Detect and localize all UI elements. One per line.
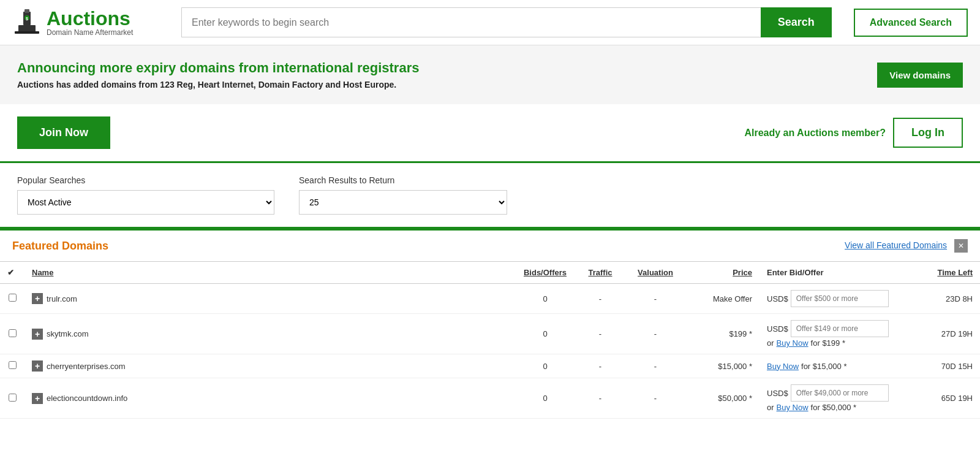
popular-searches-label: Popular Searches bbox=[17, 175, 274, 185]
popular-searches-group: Popular Searches Most Active Expiring So… bbox=[17, 175, 274, 215]
buy-now-link[interactable]: Buy Now bbox=[777, 403, 809, 412]
row-checkbox-cell bbox=[0, 378, 24, 419]
buy-now-price: for $15,000 * bbox=[801, 362, 846, 371]
banner-headline: Announcing more expiry domains from inte… bbox=[17, 60, 419, 76]
offer-input[interactable] bbox=[791, 320, 889, 337]
svg-rect-3 bbox=[24, 9, 29, 13]
domain-link[interactable]: trulr.com bbox=[47, 294, 77, 303]
valuation-cell: - bbox=[625, 284, 686, 314]
bids-cell: 0 bbox=[514, 314, 576, 354]
valuation-cell: - bbox=[625, 378, 686, 419]
th-time-left: Time Left bbox=[919, 262, 980, 284]
expand-icon[interactable]: + bbox=[32, 293, 43, 304]
valuation-cell: - bbox=[625, 314, 686, 354]
header: $ Auctions Domain Name Aftermarket Searc… bbox=[0, 0, 980, 45]
view-domains-button[interactable]: View domains bbox=[877, 63, 963, 88]
offer-input[interactable] bbox=[791, 384, 889, 402]
results-count-select[interactable]: 10 25 50 100 bbox=[299, 190, 507, 215]
table-row: +skytmk.com0--$199 *USD$or Buy Now for $… bbox=[0, 314, 980, 354]
search-input[interactable] bbox=[181, 7, 761, 37]
featured-header: Featured Domains View all Featured Domai… bbox=[0, 231, 980, 261]
logo-icon: $ bbox=[12, 8, 42, 37]
svg-rect-2 bbox=[15, 31, 39, 34]
table-row: +cherryenterprises.com0--$15,000 *Buy No… bbox=[0, 354, 980, 378]
enter-bid-cell: USD$or Buy Now for $199 * bbox=[760, 314, 919, 354]
th-enter-bid: Enter Bid/Offer bbox=[760, 262, 919, 284]
svg-text:$: $ bbox=[26, 17, 28, 21]
domain-link[interactable]: skytmk.com bbox=[47, 329, 89, 338]
logo-title: Auctions bbox=[47, 9, 133, 28]
bids-cell: 0 bbox=[514, 354, 576, 378]
expand-icon[interactable]: + bbox=[32, 393, 43, 404]
usd-label: USD$ bbox=[767, 324, 788, 334]
enter-bid-cell: Buy Now for $15,000 * bbox=[760, 354, 919, 378]
offer-input[interactable] bbox=[791, 290, 889, 307]
announcement-banner: Announcing more expiry domains from inte… bbox=[0, 45, 980, 104]
traffic-cell: - bbox=[576, 284, 625, 314]
featured-title: Featured Domains bbox=[12, 240, 108, 253]
domain-checkbox[interactable] bbox=[9, 361, 17, 369]
or-label: or bbox=[767, 338, 774, 348]
price-cell: $50,000 * bbox=[686, 378, 760, 419]
logo-subtitle: Domain Name Aftermarket bbox=[47, 28, 133, 37]
enter-bid-cell: USD$or Buy Now for $50,000 * bbox=[760, 378, 919, 419]
usd-label: USD$ bbox=[767, 389, 788, 398]
bids-cell: 0 bbox=[514, 378, 576, 419]
filters-section: Popular Searches Most Active Expiring So… bbox=[0, 161, 980, 229]
results-count-group: Search Results to Return 10 25 50 100 bbox=[299, 175, 507, 215]
domain-link[interactable]: cherryenterprises.com bbox=[47, 362, 126, 371]
buy-now-link[interactable]: Buy Now bbox=[767, 362, 799, 371]
table-row: +trulr.com0--Make OfferUSD$23D 8H bbox=[0, 284, 980, 314]
results-count-label: Search Results to Return bbox=[299, 175, 507, 185]
th-checkbox: ✔ bbox=[0, 262, 24, 284]
domain-link[interactable]: electioncountdown.info bbox=[47, 394, 127, 403]
valuation-cell: - bbox=[625, 354, 686, 378]
th-traffic: Traffic bbox=[576, 262, 625, 284]
banner-text: Announcing more expiry domains from inte… bbox=[17, 60, 419, 90]
traffic-cell: - bbox=[576, 378, 625, 419]
featured-actions: View all Featured Domains ✕ bbox=[845, 239, 968, 253]
traffic-cell: - bbox=[576, 314, 625, 354]
domains-table: ✔ Name Bids/Offers Traffic Valuation Pri… bbox=[0, 261, 980, 419]
advanced-search-button[interactable]: Advanced Search bbox=[854, 9, 968, 37]
search-button[interactable]: Search bbox=[761, 7, 832, 37]
price-cell: $15,000 * bbox=[686, 354, 760, 378]
domain-name-cell: +electioncountdown.info bbox=[24, 378, 514, 419]
popular-searches-select[interactable]: Most Active Expiring Soon New Arrivals L… bbox=[17, 190, 274, 215]
close-featured-icon[interactable]: ✕ bbox=[954, 239, 968, 253]
or-label: or bbox=[767, 403, 774, 412]
domain-checkbox[interactable] bbox=[9, 394, 17, 402]
time-left-cell: 65D 19H bbox=[919, 378, 980, 419]
login-area: Already an Auctions member? Log In bbox=[744, 118, 963, 148]
price-cell: Make Offer bbox=[686, 284, 760, 314]
row-checkbox-cell bbox=[0, 284, 24, 314]
bids-cell: 0 bbox=[514, 284, 576, 314]
time-left-cell: 70D 15H bbox=[919, 354, 980, 378]
logo-text-group: Auctions Domain Name Aftermarket bbox=[47, 9, 133, 37]
traffic-cell: - bbox=[576, 354, 625, 378]
expand-icon[interactable]: + bbox=[32, 329, 43, 340]
buy-now-price: for $50,000 * bbox=[811, 403, 856, 412]
login-button[interactable]: Log In bbox=[893, 118, 963, 148]
th-valuation: Valuation bbox=[625, 262, 686, 284]
join-now-button[interactable]: Join Now bbox=[17, 116, 110, 149]
already-member-text: Already an Auctions member? bbox=[744, 128, 886, 139]
view-all-featured-link[interactable]: View all Featured Domains bbox=[845, 240, 947, 250]
check-icon: ✔ bbox=[7, 268, 14, 277]
table-row: +electioncountdown.info0--$50,000 *USD$o… bbox=[0, 378, 980, 419]
buy-now-price: for $199 * bbox=[811, 338, 845, 348]
th-name: Name bbox=[24, 262, 514, 284]
buy-now-link[interactable]: Buy Now bbox=[777, 338, 809, 348]
domain-name-cell: +cherryenterprises.com bbox=[24, 354, 514, 378]
domain-checkbox[interactable] bbox=[9, 294, 17, 302]
row-checkbox-cell bbox=[0, 354, 24, 378]
banner-subtext: Auctions has added domains from 123 Reg,… bbox=[17, 80, 419, 90]
expand-icon[interactable]: + bbox=[32, 360, 43, 372]
domain-checkbox[interactable] bbox=[9, 329, 17, 337]
th-price: Price bbox=[686, 262, 760, 284]
domain-name-cell: +trulr.com bbox=[24, 284, 514, 314]
enter-bid-cell: USD$ bbox=[760, 284, 919, 314]
th-bids: Bids/Offers bbox=[514, 262, 576, 284]
logo-area: $ Auctions Domain Name Aftermarket bbox=[12, 8, 172, 37]
featured-section: Featured Domains View all Featured Domai… bbox=[0, 229, 980, 419]
